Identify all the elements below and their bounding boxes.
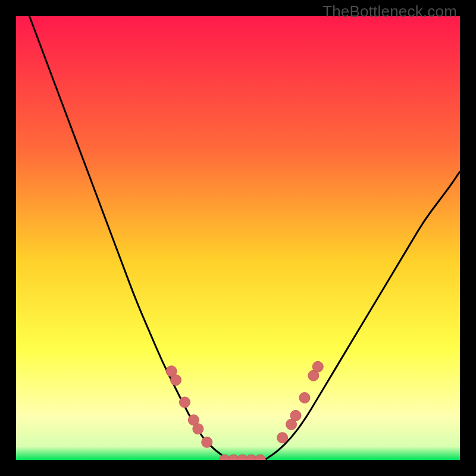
bottleneck-chart xyxy=(16,16,460,460)
data-marker xyxy=(171,375,181,386)
data-marker xyxy=(299,393,310,403)
plot-area xyxy=(16,16,460,460)
data-marker xyxy=(202,437,212,447)
data-marker xyxy=(179,397,190,408)
watermark-text: TheBottleneck.com xyxy=(322,2,457,21)
chart-frame: TheBottleneck.com xyxy=(0,0,476,476)
gradient-background xyxy=(16,16,460,460)
data-marker xyxy=(193,424,203,434)
data-marker xyxy=(277,433,288,443)
data-marker xyxy=(290,410,301,421)
data-marker xyxy=(312,361,323,372)
